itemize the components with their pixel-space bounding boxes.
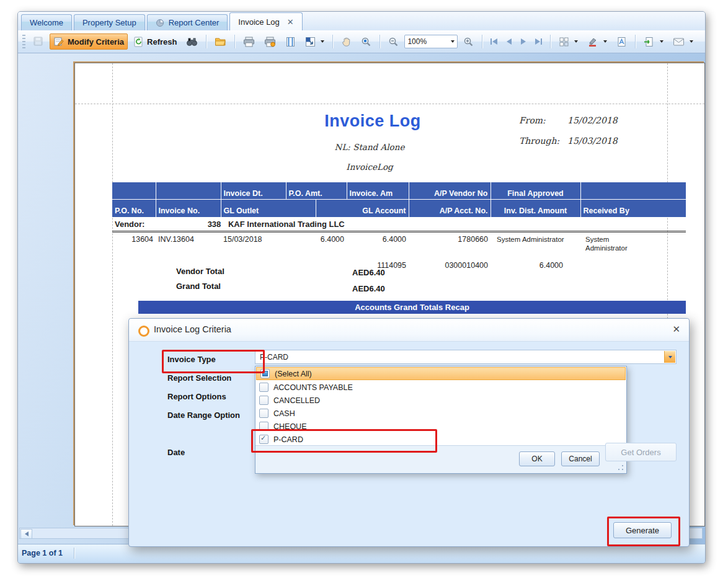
dropdown-item-label: CASH [273,409,295,418]
invoice-type-label: Invoice Type [167,355,216,364]
binoculars-icon [186,37,198,47]
page-setup-icon [285,37,296,47]
hand-tool-button[interactable] [337,34,355,50]
dropdown-item-label: P-CARD [273,435,303,444]
checkbox-icon[interactable] [259,422,269,431]
vendor-total-label: Vendor Total [176,267,224,276]
col-gl-outlet: GL Outlet [221,200,316,218]
next-page-button[interactable] [517,37,530,47]
checkbox-icon[interactable] [259,396,269,405]
checkbox-icon[interactable] [259,409,269,418]
zoom-level-combo[interactable]: 100% [404,35,458,48]
scale-button[interactable] [301,34,328,50]
dropdown-item-cheque[interactable]: CHEQUE [255,420,626,433]
refresh-button[interactable]: Refresh [130,34,180,50]
dropdown-item-select-all[interactable]: (Select All) [256,367,626,380]
status-separator [74,548,74,559]
invoice-type-value: P-CARD [260,353,288,362]
tab-property-setup[interactable]: Property Setup [74,14,145,30]
tab-report-center[interactable]: Report Center [147,14,228,30]
toolbar-separator [380,35,380,48]
prev-page-button[interactable] [503,37,515,47]
find-button[interactable] [182,34,202,50]
get-orders-button: Get Orders [605,443,677,461]
open-folder-button[interactable] [211,34,230,49]
report-title: Invoice Log [280,112,466,131]
toolbar-separator [332,35,333,48]
page-setup-button[interactable] [282,34,300,50]
highlight-color-button[interactable] [584,34,611,50]
cancel-button[interactable]: Cancel [561,451,600,466]
checkbox-icon[interactable] [259,383,269,392]
tab-welcome[interactable]: Welcome [21,14,72,30]
margin-guide [75,104,704,104]
export-button[interactable] [640,34,667,50]
caret-down-icon [321,40,324,43]
vendor-name: KAF International Trading LLC [228,220,345,229]
date-range-option-label: Date Range Option [167,411,240,420]
tab-close-icon[interactable]: ✕ [287,17,294,27]
printer-options-icon [264,37,276,47]
print-button[interactable] [239,34,259,50]
col-received-by: Received By [580,200,686,218]
col-invoice-dt: Invoice Dt. [221,182,286,200]
toolbar-separator [206,35,206,48]
cell-final-approved: System Administrator [491,232,580,258]
zoom-out-button[interactable] [384,34,402,50]
zoom-level-value: 100% [407,37,427,46]
grand-total-value: AED6.40 [352,284,385,293]
cell-invoice-am: 6.4000 [347,232,409,258]
invoice-type-combo[interactable]: P-CARD [255,350,677,364]
first-page-button[interactable] [487,37,501,47]
scroll-left-button[interactable] [20,529,32,539]
multi-page-view-button[interactable] [555,34,582,50]
app-logo-icon [138,326,149,337]
dropdown-item-cancelled[interactable]: CANCELLED [255,394,626,407]
report-selection-label: Report Selection [167,373,231,383]
dropdown-item-accounts-payable[interactable]: ACCOUNTS PAYABLE [255,381,626,394]
caret-down-icon [660,40,664,43]
watermark-icon [616,37,627,47]
vendor-label: Vendor: [115,220,205,229]
combo-dropdown-button[interactable] [664,351,675,363]
modify-criteria-button[interactable]: Modify Criteria [50,33,128,50]
zoom-in-button[interactable] [459,34,477,50]
modify-criteria-icon [53,36,64,47]
vendor-total-value: AED6.40 [352,268,385,277]
date-label: Date [167,448,185,457]
watermark-button[interactable] [613,34,631,50]
resize-grip-icon[interactable] [618,464,624,471]
toolbar-separator [234,35,235,48]
checkbox-icon[interactable] [260,369,270,378]
last-page-button[interactable] [531,37,546,47]
report-center-icon [156,18,165,27]
multi-page-icon [559,37,569,47]
cell-received-by: System Administrator [580,232,686,258]
invoice-log-criteria-dialog: Invoice Log Criteria ✕ Invoice Type Repo… [128,318,690,547]
col-inv-dist-amount: Inv. Dist. Amount [491,200,580,218]
vendor-group-row: Vendor: 338 KAF International Trading LL… [112,217,686,232]
checkbox-icon[interactable] [259,435,269,444]
dialog-title-bar[interactable]: Invoice Log Criteria ✕ [129,319,689,342]
col-po-amt: P.O. Amt. [286,182,347,200]
dropdown-item-cash[interactable]: CASH [255,407,626,420]
print-options-button[interactable] [260,34,280,50]
report-subtitle: NL: Stand Alone [277,142,463,152]
toolbar-grip[interactable] [22,35,25,48]
recap-bar: Accounts Grand Totals Recap [138,301,686,314]
generate-button[interactable]: Generate [613,522,672,538]
ok-button[interactable]: OK [519,451,555,466]
tab-bar: Welcome Property Setup Report Center Inv… [18,12,705,30]
margin-guide [112,63,113,526]
refresh-icon [133,37,144,47]
email-button[interactable] [669,35,697,49]
dialog-close-icon[interactable]: ✕ [672,324,680,335]
col-gl-account: GL Account [316,200,409,218]
tab-invoice-log[interactable]: Invoice Log ✕ [229,12,302,30]
cell-invoice-dt: 15/03/2018 [221,232,286,258]
dropdown-item-p-card[interactable]: P-CARD [255,433,626,446]
tab-label: Invoice Log [238,17,280,27]
through-value: 15/03/2018 [567,136,618,146]
cell-inv-dist-amount: 6.4000 [491,257,580,275]
zoom-dynamic-button[interactable] [357,34,375,50]
